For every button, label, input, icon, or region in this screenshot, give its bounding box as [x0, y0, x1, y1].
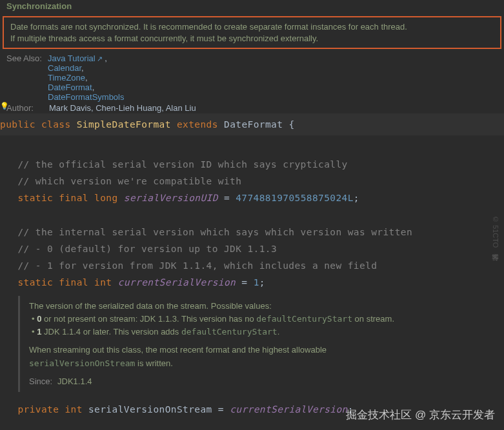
class-signature: public class SimpleDateFormat extends Da… [0, 113, 504, 135]
doc-stream-note: When streaming out this class, the most … [29, 344, 495, 369]
doc-bullet-0: • 0 or not present on stream: JDK 1.1.3.… [29, 313, 495, 326]
link-java-tutorial[interactable]: Java Tutorial [48, 54, 96, 63]
author-label: Author: [6, 103, 46, 113]
code-body-2: private int serialVersionOnStream = curr… [0, 397, 504, 418]
comment: // - 0 (default) for version up to JDK 1… [17, 244, 277, 254]
doc-bullet-1: • 1 JDK 1.1.4 or later. This version add… [29, 326, 495, 338]
link-dateformat[interactable]: DateFormat [48, 83, 92, 92]
field-serialVersionUID: serialVersionUID [124, 193, 218, 203]
see-also-row: See Also: Java Tutorial↗ , Calendar, Tim… [0, 53, 504, 103]
section-title: Synchronization [0, 0, 504, 12]
super-class: DateFormat [224, 119, 283, 130]
comment: // - 1 for version from JDK 1.1.4, which… [17, 260, 377, 271]
class-name: SimpleDateFormat [77, 119, 171, 130]
external-link-icon: ↗ [97, 55, 103, 63]
sync-warning-line1: Date formats are not synchronized. It is… [10, 21, 494, 33]
author-names: Mark Davis, Chen-Lieh Huang, Alan Liu [46, 103, 196, 113]
comment: // the internal serial version which say… [17, 227, 412, 237]
javadoc-block: The version of the serialized data on th… [18, 296, 504, 392]
link-timezone[interactable]: TimeZone [48, 73, 85, 83]
field-serialVersionOnStream: serialVersionOnStream [88, 404, 212, 415]
comment: // which version we're compatible with [17, 176, 241, 186]
author-row: 💡 Author: Mark Davis, Chen-Lieh Huang, A… [0, 103, 504, 113]
sync-warning-box: Date formats are not synchronized. It is… [3, 16, 501, 49]
see-also-links: Java Tutorial↗ , Calendar, TimeZone, Dat… [46, 54, 124, 102]
see-also-label: See Also: [6, 54, 46, 102]
link-calendar[interactable]: Calendar [48, 63, 81, 73]
comment: // the official serial version ID which … [17, 159, 347, 170]
doc-intro: The version of the serialized data on th… [29, 300, 495, 313]
link-dateformatsymbols[interactable]: DateFormatSymbols [48, 92, 124, 102]
bulb-icon[interactable]: 💡 [0, 102, 9, 110]
doc-since: Since:JDK1.1.4 [29, 375, 495, 388]
code-body: // the official serial version ID which … [0, 135, 504, 291]
sync-warning-line2: If multiple threads access a format conc… [10, 33, 494, 44]
field-currentSerialVersion: currentSerialVersion [118, 277, 236, 288]
